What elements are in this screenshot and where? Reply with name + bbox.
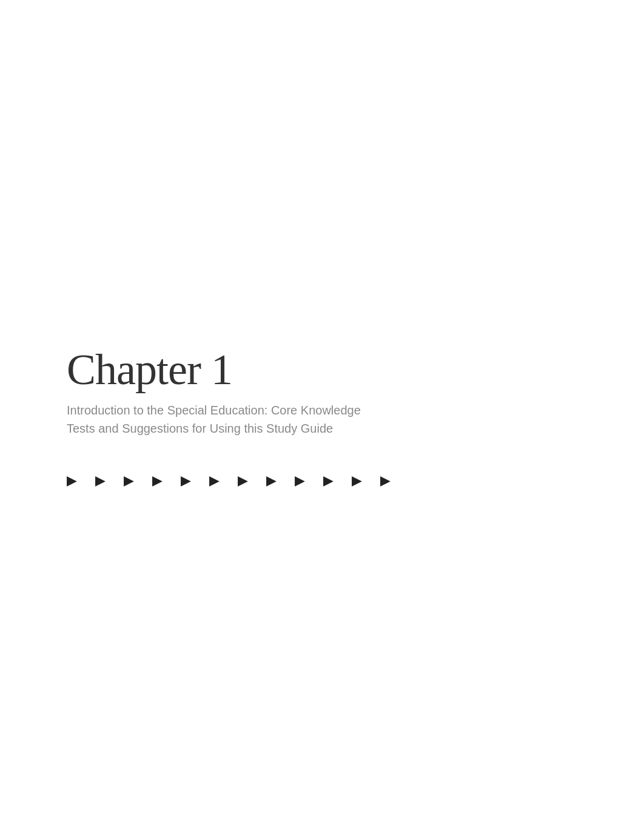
arrow-icon-6: ▶ [238, 474, 248, 487]
subtitle-line2: Tests and Suggestions for Using this Stu… [67, 422, 333, 435]
arrow-icon-9: ▶ [323, 474, 334, 487]
arrow-icon-0: ▶ [67, 474, 77, 487]
arrow-icon-3: ▶ [152, 474, 163, 487]
arrow-icon-8: ▶ [295, 474, 305, 487]
chapter-title: Chapter 1 [67, 346, 577, 394]
arrow-row: ▶▶▶▶▶▶▶▶▶▶▶▶ [67, 474, 577, 487]
arrow-icon-1: ▶ [95, 474, 106, 487]
chapter-subtitle: Introduction to the Special Education: C… [67, 401, 522, 438]
arrow-icon-11: ▶ [380, 474, 391, 487]
subtitle-line1: Introduction to the Special Education: C… [67, 404, 361, 417]
arrow-icon-7: ▶ [266, 474, 277, 487]
arrow-icon-2: ▶ [124, 474, 134, 487]
arrow-icon-4: ▶ [181, 474, 191, 487]
arrow-icon-10: ▶ [352, 474, 362, 487]
arrow-icon-5: ▶ [209, 474, 220, 487]
page-content: Chapter 1 Introduction to the Special Ed… [67, 346, 577, 487]
